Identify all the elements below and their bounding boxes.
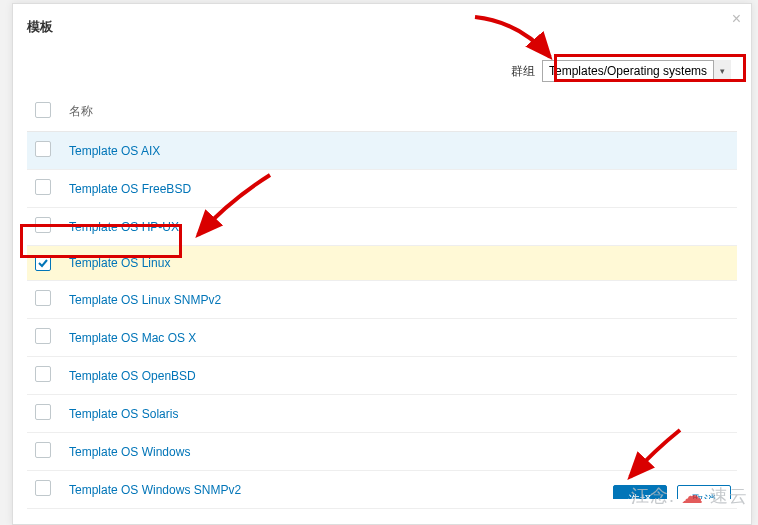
row-checkbox[interactable] [35, 328, 51, 344]
row-checkbox[interactable] [35, 366, 51, 382]
template-link[interactable]: Template OS HP-UX [69, 220, 179, 234]
table-row[interactable]: Template OS AIX [27, 132, 737, 170]
close-icon[interactable]: × [732, 10, 741, 28]
template-link[interactable]: Template OS Linux SNMPv2 [69, 293, 221, 307]
row-checkbox[interactable] [35, 404, 51, 420]
template-modal: × 模板 群组 Templates/Operating systems ▾ 名称… [12, 3, 752, 525]
row-checkbox[interactable] [35, 255, 51, 271]
row-checkbox[interactable] [35, 141, 51, 157]
template-link[interactable]: Template OS Windows SNMPv2 [69, 483, 241, 497]
template-table: 名称 Template OS AIXTemplate OS FreeBSDTem… [27, 92, 737, 509]
table-row[interactable]: Template OS Solaris [27, 395, 737, 433]
row-checkbox[interactable] [35, 179, 51, 195]
row-checkbox[interactable] [35, 217, 51, 233]
template-link[interactable]: Template OS OpenBSD [69, 369, 196, 383]
table-row[interactable]: Template OS Windows [27, 433, 737, 471]
template-link[interactable]: Template OS Solaris [69, 407, 178, 421]
template-link[interactable]: Template OS Linux [69, 256, 170, 270]
table-row[interactable]: Template OS FreeBSD [27, 170, 737, 208]
group-select[interactable]: Templates/Operating systems [542, 60, 731, 82]
table-row[interactable]: Template OS Linux [27, 246, 737, 281]
column-header-name: 名称 [61, 92, 737, 132]
template-link[interactable]: Template OS Windows [69, 445, 190, 459]
select-all-checkbox[interactable] [35, 102, 51, 118]
table-row[interactable]: Template OS Mac OS X [27, 319, 737, 357]
template-link[interactable]: Template OS Mac OS X [69, 331, 196, 345]
table-row[interactable]: Template OS Linux SNMPv2 [27, 281, 737, 319]
template-link[interactable]: Template OS FreeBSD [69, 182, 191, 196]
filter-row: 群组 Templates/Operating systems ▾ [27, 60, 737, 82]
row-checkbox[interactable] [35, 290, 51, 306]
template-link[interactable]: Template OS AIX [69, 144, 160, 158]
modal-title: 模板 [27, 18, 737, 36]
table-row[interactable]: Template OS HP-UX [27, 208, 737, 246]
row-checkbox[interactable] [35, 480, 51, 496]
row-checkbox[interactable] [35, 442, 51, 458]
group-label: 群组 [511, 64, 535, 78]
table-row[interactable]: Template OS OpenBSD [27, 357, 737, 395]
